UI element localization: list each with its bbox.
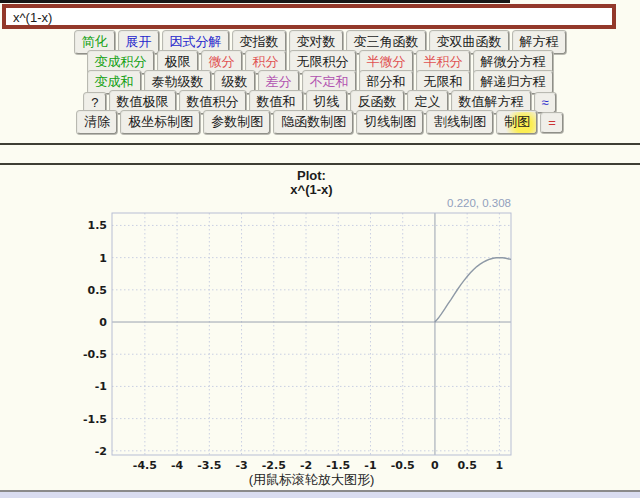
zoom-hint-text: (用鼠标滚轮放大图形): [112, 471, 511, 489]
toolbar-row: 简化展开因式分解变指数变对数变三角函数变双曲函数解方程: [0, 31, 640, 51]
y-tick-label: 0.5: [88, 284, 108, 297]
expression-input[interactable]: [6, 9, 619, 26]
btn-clear[interactable]: 清除: [77, 111, 117, 134]
toolbar-row: ?数值极限数值积分数值和切线反函数定义数值解方程≈: [0, 91, 640, 111]
app-window: 简化展开因式分解变指数变对数变三角函数变双曲函数解方程变成积分极限微分积分无限积…: [0, 0, 640, 498]
btn-polar-plot[interactable]: 极坐标制图: [121, 111, 200, 134]
toolbar-row: 变成和泰勒级数级数差分不定和部分和无限和解递归方程: [0, 71, 640, 91]
y-tick-label: 1: [99, 252, 107, 265]
plot-panel-border: [0, 163, 640, 165]
btn-equals[interactable]: =: [541, 113, 563, 133]
plot-title-line1: Plot:: [112, 169, 511, 183]
cursor-coordinates: 0.220, 0.308: [112, 197, 511, 209]
divider-line: [0, 143, 640, 145]
bottom-strip: [0, 492, 640, 498]
btn-parametric-plot[interactable]: 参数制图: [204, 111, 270, 134]
toolbar: 简化展开因式分解变指数变对数变三角函数变双曲函数解方程变成积分极限微分积分无限积…: [0, 31, 640, 131]
y-tick-label: -1.5: [83, 413, 107, 426]
y-tick-label: 1.5: [88, 219, 108, 232]
y-tick-label: 0: [99, 316, 107, 329]
plot-border: [112, 213, 511, 455]
btn-plot[interactable]: 制图: [497, 111, 537, 134]
y-tick-label: -1: [95, 380, 107, 393]
toolbar-row: 清除极坐标制图参数制图隐函数制图切线制图割线制图制图=: [0, 111, 640, 131]
plot-canvas[interactable]: -4.5-4-3.5-3-2.5-2-1.5-1-0.500.511.510.5…: [60, 210, 520, 478]
btn-implicit-plot[interactable]: 隐函数制图: [274, 111, 353, 134]
y-tick-label: -2: [95, 445, 107, 458]
btn-approximate[interactable]: ≈: [535, 93, 556, 113]
expression-input-frame: [2, 4, 616, 29]
top-strip: [0, 0, 510, 3]
toolbar-row: 变成积分极限微分积分无限积分半微分半积分解微分方程: [0, 51, 640, 71]
btn-help[interactable]: ?: [84, 93, 105, 113]
plot-title: Plot: x^(1-x): [112, 169, 511, 197]
btn-secant-plot[interactable]: 割线制图: [427, 111, 493, 134]
y-tick-label: -0.5: [83, 348, 107, 361]
plot-title-expression: x^(1-x): [112, 183, 511, 197]
btn-tangent-plot[interactable]: 切线制图: [357, 111, 423, 134]
